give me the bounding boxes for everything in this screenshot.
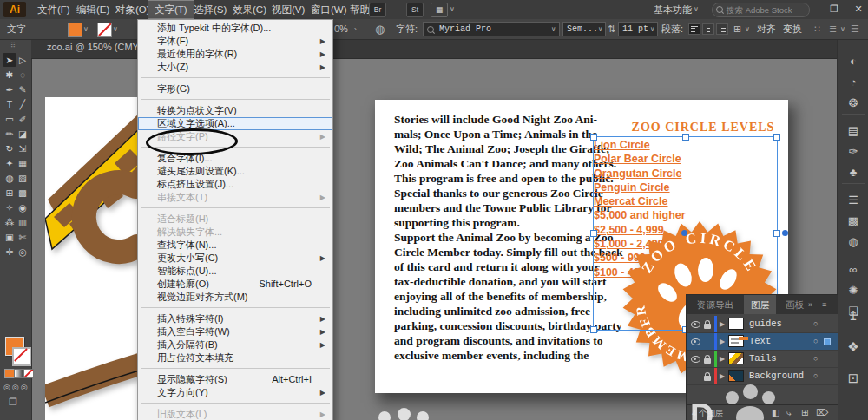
chevron-down-icon[interactable]: ∨: [551, 19, 556, 39]
list-icon[interactable]: ☰: [851, 19, 859, 39]
lock-icon[interactable]: [704, 376, 711, 381]
menu-item[interactable]: 创建轮廓(O)Shift+Ctrl+O: [138, 278, 332, 291]
menu-item[interactable]: 字形(G): [138, 82, 332, 95]
eraser-tool[interactable]: ◪: [16, 127, 30, 141]
chevron-down-icon[interactable]: ∨: [840, 19, 845, 39]
zoo-circle-level-link[interactable]: Polar Bear Circle: [594, 152, 686, 166]
stepper-icon[interactable]: ⇅: [608, 19, 615, 39]
chevron-down-icon[interactable]: ∨: [83, 19, 89, 39]
align-center-button[interactable]: [702, 23, 714, 35]
font-style-input[interactable]: Sem... ∨: [562, 22, 606, 36]
lock-icon[interactable]: [704, 324, 711, 329]
zoo-circle-level-link[interactable]: Orangutan Circle: [594, 167, 686, 180]
expand-arrow-icon[interactable]: ▶: [720, 351, 725, 367]
layers-panel-icon[interactable]: ❖: [838, 339, 868, 355]
gradient-panel-icon[interactable]: ▩: [838, 214, 868, 227]
shaper-tool[interactable]: ✏: [3, 127, 16, 141]
selection-tool[interactable]: ➤: [3, 53, 16, 67]
menu-item[interactable]: 视觉边距对齐方式(M): [138, 291, 332, 304]
layers-panel-tab[interactable]: 资源导出: [690, 295, 740, 314]
selection-handle[interactable]: [682, 134, 689, 141]
expand-arrow-icon[interactable]: ▶: [720, 333, 725, 350]
symbol-sprayer-tool[interactable]: ⁂: [3, 215, 16, 229]
close-button[interactable]: ✕: [847, 0, 868, 17]
stroke-panel-icon[interactable]: ☰: [838, 194, 868, 207]
panel-menu-icon[interactable]: ≡: [822, 295, 826, 314]
swatches-panel-icon[interactable]: ▤: [838, 124, 868, 137]
menu-item[interactable]: 避头尾法则设置(K)...: [138, 165, 332, 178]
layer-row[interactable]: ▶Tails○: [687, 351, 838, 368]
width-tool[interactable]: ✦: [3, 156, 16, 170]
menu-item[interactable]: 插入分隔符(B)▶: [138, 338, 332, 351]
layers-panel-tab[interactable]: 图层: [744, 295, 776, 314]
zoo-circle-level-link[interactable]: Lion Circle: [594, 138, 686, 152]
magic-wand-tool[interactable]: ✱: [3, 68, 16, 82]
menu-item[interactable]: 复合字体(I)...: [138, 152, 332, 165]
selection-handle[interactable]: [590, 134, 597, 141]
menu-item[interactable]: 区域文字选项(A)...: [138, 117, 332, 130]
stroke-swatch[interactable]: [12, 347, 31, 366]
line-segment-tool[interactable]: ╱: [16, 97, 30, 111]
chevron-down-icon[interactable]: ∨: [450, 0, 455, 19]
chevron-down-icon[interactable]: ∨: [745, 19, 750, 39]
minimize-button[interactable]: –: [799, 0, 821, 17]
menu-item[interactable]: 显示隐藏字符(S)Alt+Ctrl+I: [138, 373, 332, 386]
artboards-panel-icon[interactable]: ⊡: [838, 371, 868, 386]
screen-mode-icon[interactable]: ❐: [9, 397, 17, 408]
target-circle-icon[interactable]: ○: [813, 368, 818, 384]
selection-center-point[interactable]: [681, 230, 687, 236]
menu-item[interactable]: 添加 Typekit 中的字体(D)...: [138, 22, 332, 35]
pen-tool[interactable]: ✒: [3, 82, 16, 96]
selection-handle[interactable]: [590, 230, 597, 237]
illustrator-logo-icon[interactable]: Ai: [3, 2, 26, 17]
layer-row[interactable]: ▶guides○: [687, 316, 838, 333]
artboard-tool[interactable]: ▣: [3, 230, 16, 244]
panel-grip-icon[interactable]: ⠿: [10, 42, 16, 49]
none-mode-button[interactable]: [23, 369, 34, 378]
menu-item[interactable]: 查找字体(N)...: [138, 239, 332, 252]
align-left-button[interactable]: [688, 23, 700, 35]
perspective-grid-tool[interactable]: ▨: [16, 171, 30, 185]
chevron-down-icon[interactable]: ∨: [694, 0, 699, 19]
transform-panel-button[interactable]: 变换: [783, 19, 802, 39]
menu-item[interactable]: 最近使用的字体(R)▶: [138, 48, 332, 61]
slice-tool[interactable]: ✄: [16, 230, 30, 244]
stroke-color-swatch[interactable]: [97, 23, 112, 37]
libraries-panel-icon[interactable]: ∞: [838, 263, 868, 276]
layer-thumbnail[interactable]: [728, 335, 744, 347]
direct-selection-tool[interactable]: ▷: [16, 53, 30, 67]
menu-item[interactable]: 更改大小写(C)▶: [138, 252, 332, 265]
font-family-input[interactable]: Myriad Pro ∨: [423, 22, 560, 36]
menu-item[interactable]: 字体(F)▶: [138, 35, 332, 48]
align-panel-button[interactable]: 对齐: [757, 19, 776, 39]
layer-thumbnail[interactable]: [728, 370, 744, 382]
menu-item[interactable]: 大小(Z)▶: [138, 61, 332, 74]
selection-side-point[interactable]: [782, 230, 788, 236]
selection-handle[interactable]: [773, 134, 780, 141]
layer-thumbnail[interactable]: [728, 352, 744, 364]
brushes-panel-icon[interactable]: ✑: [838, 145, 868, 158]
layer-name[interactable]: Text: [749, 333, 771, 350]
new-sublayer-button[interactable]: ⤷: [786, 405, 792, 420]
layer-row[interactable]: ▶Text○: [687, 333, 838, 351]
menu-item[interactable]: 转换为点状文字(V): [138, 104, 332, 117]
workspace-switcher[interactable]: 基本功能: [654, 3, 692, 16]
curvature-tool[interactable]: ✎: [16, 82, 30, 96]
zoo-circle-level-link[interactable]: Penguin Circle: [594, 180, 686, 194]
panel-overflow-icon[interactable]: »: [808, 295, 812, 314]
menu-item[interactable]: 用占位符文本填充: [138, 351, 332, 364]
menu-item[interactable]: 插入特殊字符(I)▶: [138, 312, 332, 325]
drawing-modes-icons[interactable]: ◎◎◎: [3, 383, 30, 391]
menu-item[interactable]: 文字方向(Y)▶: [138, 386, 332, 399]
layer-thumbnail[interactable]: [728, 318, 744, 330]
opacity-value-fragment[interactable]: 0%: [334, 19, 348, 39]
align-right-button[interactable]: [716, 23, 728, 35]
chevron-right-icon[interactable]: ›: [354, 19, 357, 39]
stack-options-icon[interactable]: ≣: [829, 19, 837, 39]
document-tab[interactable]: zoo.ai @ 150% (CMYK: [47, 42, 145, 52]
expand-arrow-icon[interactable]: ▶: [720, 368, 725, 384]
expand-arrow-icon[interactable]: ▶: [720, 316, 725, 332]
adobe-stock-search-input[interactable]: 搜索 Adobe Stock: [712, 3, 810, 17]
target-circle-icon[interactable]: ○: [813, 333, 818, 350]
color-panel-icon[interactable]: ◐: [838, 55, 868, 68]
